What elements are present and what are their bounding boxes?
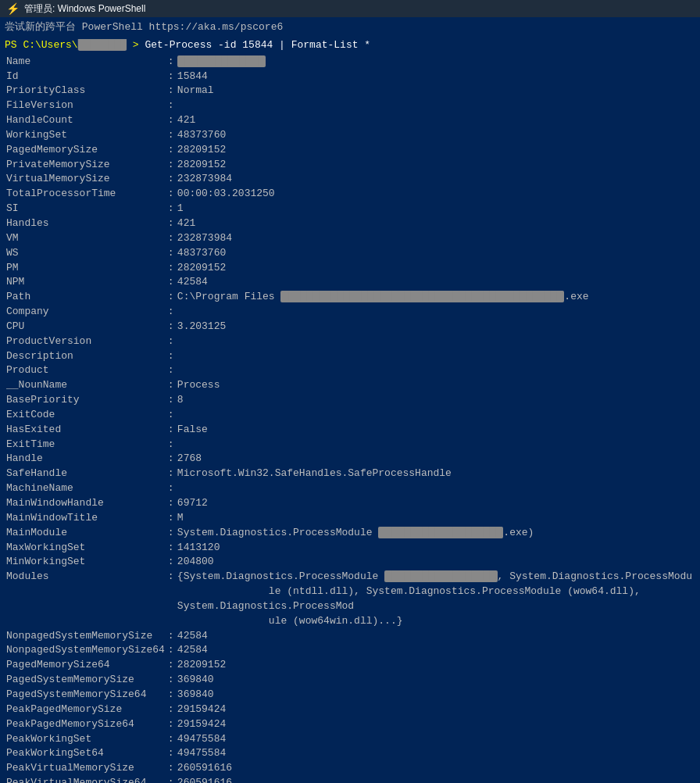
terminal-window: 尝试新的跨平台 PowerShell https://aka.ms/pscore… [0,17,700,783]
prop-label: BasePriority [5,393,166,408]
table-row: ExitTime : [5,438,695,452]
prop-label: WorkingSet [5,128,166,143]
prop-label: PeakVirtualMemorySize64 [5,776,166,783]
prop-label: Id [5,70,166,84]
table-row: CPU :3.203125 [5,320,695,334]
prop-label: PagedMemorySize64 [5,658,166,673]
prop-value: 49475584 [176,732,695,747]
prop-label: WS [5,246,166,261]
table-row: MainWindowTitle :M [5,511,695,526]
table-row: PagedMemorySize64 :28209152 [5,658,695,673]
table-row: PeakVirtualMemorySize64 :260591616 [5,776,695,783]
table-row: PagedSystemMemorySize :369840 [5,673,695,688]
prompt-arrow: > [127,39,145,51]
prop-value: 260591616 [176,761,695,776]
table-row: PeakWorkingSet :49475584 [5,732,695,747]
prop-value: 421 [176,113,695,128]
prop-value [176,349,695,364]
table-row: PriorityClass :Normal [5,84,695,98]
table-row: PagedSystemMemorySize64 :369840 [5,688,695,703]
prop-value: 369840 [176,673,695,688]
prop-value [176,305,695,320]
prop-value: 232873984 [176,231,695,246]
table-row: NonpagedSystemMemorySize64 :42584 [5,643,695,658]
prop-value: 29159424 [176,717,695,732]
prop-value [176,98,695,113]
prop-label: MainWindowTitle [5,511,166,526]
table-row: PeakVirtualMemorySize :260591616 [5,761,695,776]
prop-label: MachineName [5,481,166,496]
prop-value: 28209152 [176,158,695,173]
prop-label: Company [5,305,166,320]
table-row: Handles :421 [5,216,695,231]
prop-value [176,438,695,452]
prop-label: PeakPagedMemorySize [5,703,166,717]
table-row: VirtualMemorySize :232873984 [5,172,695,187]
prop-value: Microsoft.Win32.SafeHandles.SafeProcessH… [176,467,695,481]
prop-value [176,408,695,423]
prop-value: 260591616 [176,776,695,783]
hint-line: 尝试新的跨平台 PowerShell https://aka.ms/pscore… [5,20,695,35]
prop-label: MaxWorkingSet [5,541,166,556]
prompt-ps: PS C:\Users\ [5,39,78,51]
table-row: Name :██████████████ [5,55,695,70]
prop-label: NonpagedSystemMemorySize [5,629,166,644]
prop-label: SI [5,202,166,216]
table-row: Modules :{System.Diagnostics.ProcessModu… [5,570,695,628]
prop-label: PagedSystemMemorySize64 [5,688,166,703]
prop-label: MainModule [5,526,166,541]
prop-value: 8 [176,393,695,408]
table-row: PagedMemorySize :28209152 [5,143,695,158]
prop-label: Name [5,55,166,70]
properties-table: Name :██████████████Id :15844PriorityCla… [5,55,695,783]
prop-label: CPU [5,320,166,334]
prop-value: 42584 [176,629,695,644]
prop-label: TotalProcessorTime [5,187,166,202]
prop-label: NonpagedSystemMemorySize64 [5,643,166,658]
prop-value: 49475584 [176,746,695,761]
prop-label: MinWorkingSet [5,555,166,570]
prop-label: ExitCode [5,408,166,423]
prop-label: PriorityClass [5,84,166,98]
prop-value: Process [176,378,695,393]
table-row: Path :C:\Program Files █████████████████… [5,290,695,305]
table-row: HandleCount :421 [5,113,695,128]
title-bar: ⚡ 管理员: Windows PowerShell [0,0,700,17]
table-row: Id :15844 [5,70,695,84]
prop-value: 28209152 [176,658,695,673]
table-row: ExitCode : [5,408,695,423]
table-row: FileVersion : [5,98,695,113]
table-row: SafeHandle :Microsoft.Win32.SafeHandles.… [5,467,695,481]
table-row: PrivateMemorySize :28209152 [5,158,695,173]
prop-label: Handles [5,216,166,231]
prop-value: 1413120 [176,541,695,556]
prop-label: Description [5,349,166,364]
prop-label: Handle [5,452,166,467]
table-row: TotalProcessorTime :00:00:03.2031250 [5,187,695,202]
table-row: Company : [5,305,695,320]
table-row: MinWorkingSet :204800 [5,555,695,570]
prop-value: 369840 [176,688,695,703]
table-row: Description : [5,349,695,364]
prop-label: NPM [5,275,166,290]
table-row: Handle :2768 [5,452,695,467]
prop-value: 232873984 [176,172,695,187]
table-row: HasExited :False [5,423,695,438]
prop-label: PagedSystemMemorySize [5,673,166,688]
table-row: PeakPagedMemorySize :29159424 [5,703,695,717]
prop-value: 421 [176,216,695,231]
powershell-icon: ⚡ [6,2,20,15]
prop-value [176,481,695,496]
prop-value: 204800 [176,555,695,570]
table-row: BasePriority :8 [5,393,695,408]
prop-label: PagedMemorySize [5,143,166,158]
prop-value: 3.203125 [176,320,695,334]
prop-value: 69712 [176,496,695,511]
table-row: __NounName :Process [5,378,695,393]
prop-label: PeakWorkingSet64 [5,746,166,761]
prop-value: Normal [176,84,695,98]
table-row: PeakPagedMemorySize64 :29159424 [5,717,695,732]
table-row: ProductVersion : [5,334,695,349]
table-row: PeakWorkingSet64 :49475584 [5,746,695,761]
user-blurred: ████████ [78,39,127,51]
